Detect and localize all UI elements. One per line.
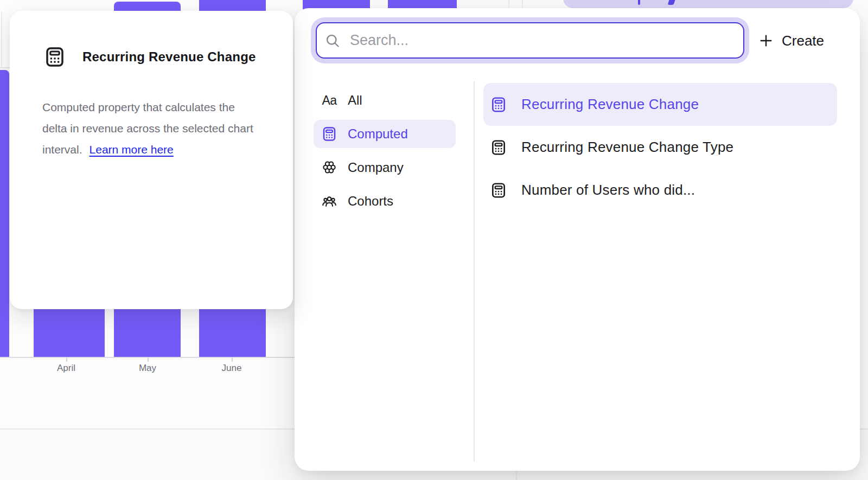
calculator-icon [490, 96, 507, 113]
background-card-edge [516, 471, 517, 480]
calculator-icon [321, 126, 337, 142]
search-input[interactable] [350, 23, 743, 57]
axis-label: June [222, 363, 242, 374]
category-item-computed[interactable]: Computed [314, 120, 456, 148]
description-line: interval.Learn more here [42, 139, 286, 160]
property-picker-panel: Create Aa All Co [295, 8, 860, 471]
axis-tick [148, 357, 149, 362]
description-line-prefix: interval. [42, 143, 82, 156]
description-line: delta in revenue across the selected cha… [42, 118, 286, 139]
page: AprilMayJune Recurring Revenue Change [0, 0, 868, 480]
cropped-text-fragment [668, 0, 675, 5]
calculator-icon [490, 139, 507, 156]
result-item-recurring-revenue-change[interactable]: Recurring Revenue Change [483, 83, 837, 126]
calculator-icon [490, 182, 507, 199]
cohorts-people-icon [321, 193, 337, 209]
category-label: All [348, 93, 362, 108]
tooltip-description: Computed property that calculates the de… [42, 97, 286, 160]
learn-more-link[interactable]: Learn more here [90, 143, 174, 156]
panel-divider [474, 81, 475, 462]
axis-tick [66, 357, 67, 362]
category-label: Company [348, 160, 404, 175]
category-item-cohorts[interactable]: Cohorts [314, 187, 456, 215]
cropped-property-pill [563, 0, 853, 8]
category-label: Computed [348, 126, 408, 142]
result-item-number-of-users[interactable]: Number of Users who did... [483, 169, 837, 212]
create-button-label: Create [782, 33, 824, 49]
background-edge-line [1, 12, 2, 67]
axis-label: April [57, 363, 75, 374]
calculator-icon [43, 46, 66, 68]
background-card-edge [522, 0, 523, 8]
cropped-text-fragment [638, 0, 640, 5]
category-label: Cohorts [348, 194, 393, 209]
axis-label: May [139, 363, 156, 374]
result-item-recurring-revenue-change-type[interactable]: Recurring Revenue Change Type [483, 126, 837, 169]
axis-tick [232, 357, 233, 362]
company-cluster-icon [321, 159, 337, 176]
chart-bar [0, 70, 9, 357]
property-tooltip-card: Recurring Revenue Change Computed proper… [10, 11, 293, 309]
category-list: Aa All Computed [314, 86, 456, 221]
search-box[interactable] [316, 22, 744, 59]
create-button[interactable]: Create [758, 24, 824, 57]
gridline [0, 67, 10, 68]
result-label: Number of Users who did... [521, 182, 695, 199]
tooltip-title: Recurring Revenue Change [82, 49, 256, 65]
search-results-list: Recurring Revenue Change Recurring Reven… [483, 83, 837, 212]
result-label: Recurring Revenue Change [521, 96, 699, 113]
category-item-all[interactable]: Aa All [314, 86, 456, 114]
plus-icon [758, 33, 774, 48]
background-card-edge [508, 0, 509, 8]
search-icon [325, 33, 340, 48]
text-aa-icon: Aa [321, 92, 337, 108]
category-item-company[interactable]: Company [314, 153, 456, 182]
description-line: Computed property that calculates the [42, 97, 286, 118]
result-label: Recurring Revenue Change Type [521, 139, 733, 156]
